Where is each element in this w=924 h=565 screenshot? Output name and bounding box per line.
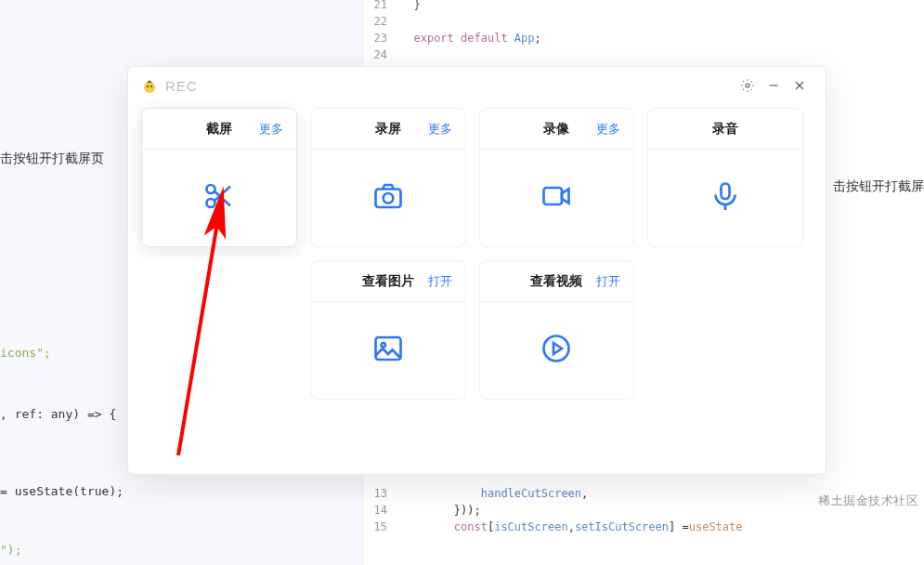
svg-point-3	[746, 84, 749, 87]
card-title: 录屏	[375, 121, 401, 138]
cards-grid: 截屏 更多 录屏 更多 录像 更多	[128, 104, 826, 474]
card-audio-record[interactable]: 录音	[647, 108, 803, 247]
svg-point-18	[544, 336, 569, 361]
app-title: REC	[165, 78, 198, 94]
svg-rect-13	[544, 188, 563, 204]
instruction-text-right: 击按钮开打截屏	[833, 178, 924, 195]
svg-point-0	[144, 82, 155, 93]
card-open-link[interactable]: 打开	[428, 273, 452, 290]
titlebar: REC	[128, 67, 826, 104]
card-title: 录像	[543, 121, 569, 138]
card-title: 查看视频	[530, 273, 582, 290]
svg-point-1	[147, 85, 149, 87]
card-open-link[interactable]: 打开	[596, 273, 620, 290]
card-more-link[interactable]: 更多	[428, 121, 452, 138]
svg-point-2	[150, 85, 152, 87]
mic-icon	[709, 179, 742, 217]
code-editor-top: 21 } 22 23 export default App; 24	[363, 0, 924, 63]
svg-rect-16	[375, 337, 400, 360]
svg-point-17	[381, 343, 385, 348]
card-title: 录音	[712, 121, 738, 138]
svg-rect-14	[722, 184, 730, 200]
watermark-text: 稀土掘金技术社区	[818, 493, 918, 509]
settings-icon[interactable]	[735, 72, 761, 99]
code-fragment: = useState(true);	[0, 484, 355, 498]
card-view-videos[interactable]: 查看视频 打开	[479, 260, 635, 400]
card-title: 查看图片	[362, 273, 414, 290]
video-icon	[540, 179, 573, 217]
empty-cell	[141, 260, 297, 400]
minimize-icon[interactable]	[761, 72, 787, 99]
svg-rect-11	[375, 190, 400, 208]
card-screenshot[interactable]: 截屏 更多	[141, 108, 297, 247]
image-icon	[371, 332, 405, 369]
svg-point-12	[383, 193, 393, 204]
card-title: 截屏	[206, 121, 232, 138]
code-fragment: ");	[0, 543, 355, 557]
card-screen-record[interactable]: 录屏 更多	[310, 108, 466, 247]
card-more-link[interactable]: 更多	[596, 121, 620, 138]
card-more-link[interactable]: 更多	[259, 121, 283, 138]
play-icon	[540, 332, 573, 369]
card-video-record[interactable]: 录像 更多	[479, 108, 635, 247]
camera-icon	[371, 179, 405, 217]
empty-cell	[647, 260, 803, 400]
rec-app-window: REC 截屏 更多 录屏 更多	[127, 66, 826, 475]
card-view-images[interactable]: 查看图片 打开	[310, 260, 466, 400]
app-logo-icon	[141, 77, 158, 94]
scissors-icon	[202, 179, 236, 217]
close-icon[interactable]	[787, 72, 813, 99]
